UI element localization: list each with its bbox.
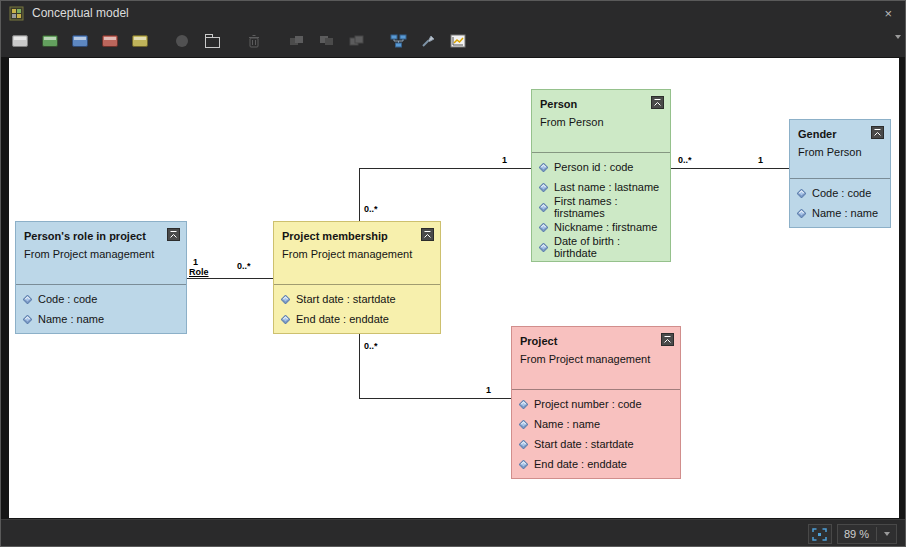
entity-title: Project bbox=[520, 335, 672, 347]
cardinality-label: 1 bbox=[502, 155, 507, 165]
attribute-row[interactable]: End date : enddate bbox=[274, 309, 440, 329]
close-button[interactable]: × bbox=[879, 6, 897, 21]
entity-title: Project membership bbox=[282, 230, 432, 242]
frame-button[interactable] bbox=[199, 29, 225, 54]
attribute-list: Person id : code Last name : lastname Fi… bbox=[532, 152, 670, 261]
attribute-icon bbox=[519, 399, 529, 409]
attribute-label: First names : firstnames bbox=[554, 195, 662, 219]
link-icon bbox=[176, 35, 188, 47]
attribute-row[interactable]: Name : name bbox=[16, 309, 186, 329]
frame-icon bbox=[205, 37, 220, 48]
entity-persons-role-in-project[interactable]: Person's role in project From Project ma… bbox=[15, 221, 187, 334]
entity-gender[interactable]: Gender From Person Code : code Name : na… bbox=[789, 119, 891, 228]
auto-layout-icon bbox=[390, 34, 407, 48]
order-back-button bbox=[283, 29, 309, 54]
attribute-row[interactable]: Name : name bbox=[512, 414, 680, 434]
attribute-label: Project number : code bbox=[534, 398, 642, 410]
entity-header: Gender From Person bbox=[790, 120, 890, 178]
collapse-button[interactable] bbox=[167, 228, 180, 241]
attribute-label: Start date : startdate bbox=[534, 438, 634, 450]
attribute-list: Project number : code Name : name Start … bbox=[512, 389, 680, 478]
attribute-list: Code : code Name : name bbox=[16, 284, 186, 333]
role-name-label: Role bbox=[189, 267, 209, 277]
attribute-row[interactable]: Last name : lastname bbox=[532, 177, 670, 197]
entity-project-membership[interactable]: Project membership From Project manageme… bbox=[273, 221, 441, 334]
attribute-list: Start date : startdate End date : enddat… bbox=[274, 284, 440, 333]
entity-subtitle: From Person bbox=[540, 116, 662, 128]
attribute-row[interactable]: Start date : startdate bbox=[512, 434, 680, 454]
format-painter-icon bbox=[421, 34, 435, 48]
toolbar-overflow-icon bbox=[895, 35, 901, 39]
attribute-icon bbox=[23, 294, 33, 304]
attribute-label: Name : name bbox=[812, 207, 878, 219]
attribute-icon bbox=[797, 188, 807, 198]
attribute-label: End date : enddate bbox=[296, 313, 389, 325]
attribute-list: Code : code Name : name bbox=[790, 178, 890, 227]
order-middle-icon bbox=[319, 35, 334, 47]
new-entity-red-icon bbox=[102, 35, 118, 47]
fit-to-window-icon bbox=[812, 528, 827, 541]
attribute-icon bbox=[539, 222, 549, 232]
zoom-caret-icon bbox=[884, 532, 890, 536]
attribute-row[interactable]: Name : name bbox=[790, 203, 890, 223]
cardinality-label: 0..* bbox=[364, 341, 378, 351]
order-middle-button bbox=[313, 29, 339, 54]
diagram-canvas[interactable]: 1 Role 0..* 0..* 1 0..* 1 0..* 1 Person'… bbox=[9, 58, 899, 518]
auto-layout-button[interactable] bbox=[385, 29, 411, 54]
new-entity-yellow-button[interactable] bbox=[127, 29, 153, 54]
entity-header: Person's role in project From Project ma… bbox=[16, 222, 186, 284]
attribute-label: Start date : startdate bbox=[296, 293, 396, 305]
report-chart-button[interactable] bbox=[445, 29, 471, 54]
collapse-button[interactable] bbox=[661, 333, 674, 346]
new-entity-red-button[interactable] bbox=[97, 29, 123, 54]
attribute-row[interactable]: Code : code bbox=[790, 183, 890, 203]
attribute-row[interactable]: First names : firstnames bbox=[532, 197, 670, 217]
attribute-row[interactable]: Nickname : firstname bbox=[532, 217, 670, 237]
new-entity-blue-button[interactable] bbox=[67, 29, 93, 54]
attribute-label: Code : code bbox=[38, 293, 97, 305]
entity-subtitle: From Project management bbox=[24, 248, 178, 260]
new-entity-green-icon bbox=[42, 35, 58, 47]
attribute-row[interactable]: Project number : code bbox=[512, 394, 680, 414]
new-model-button[interactable] bbox=[7, 29, 33, 54]
entity-person[interactable]: Person From Person Person id : code Last… bbox=[531, 89, 671, 262]
zoom-divider bbox=[876, 527, 877, 541]
attribute-icon bbox=[539, 242, 549, 252]
attribute-row[interactable]: End date : enddate bbox=[512, 454, 680, 474]
cardinality-label: 0..* bbox=[678, 155, 692, 165]
collapse-button[interactable] bbox=[871, 126, 884, 139]
attribute-icon bbox=[797, 208, 807, 218]
format-painter-button[interactable] bbox=[415, 29, 441, 54]
new-entity-blue-icon bbox=[72, 35, 88, 47]
attribute-row[interactable]: Code : code bbox=[16, 289, 186, 309]
attribute-row[interactable]: Start date : startdate bbox=[274, 289, 440, 309]
attribute-label: Nickname : firstname bbox=[554, 221, 657, 233]
zoom-control[interactable]: 89 % bbox=[837, 524, 897, 544]
collapse-button[interactable] bbox=[651, 96, 664, 109]
attribute-label: Last name : lastname bbox=[554, 181, 659, 193]
attribute-label: Code : code bbox=[812, 187, 871, 199]
collapse-button[interactable] bbox=[421, 228, 434, 241]
zoom-level: 89 % bbox=[844, 528, 869, 540]
new-model-icon bbox=[12, 35, 28, 47]
toolbar-overflow-button[interactable] bbox=[895, 35, 901, 39]
new-entity-green-button[interactable] bbox=[37, 29, 63, 54]
relationship-line-membership-person[interactable] bbox=[359, 168, 531, 222]
fit-to-window-button[interactable] bbox=[808, 524, 832, 544]
app-icon bbox=[9, 6, 24, 21]
entity-subtitle: From Project management bbox=[282, 248, 432, 260]
order-front-icon bbox=[349, 35, 364, 47]
attribute-icon bbox=[539, 202, 549, 212]
window-title: Conceptual model bbox=[32, 6, 879, 20]
new-entity-yellow-icon bbox=[132, 35, 148, 47]
entity-header: Project From Project management bbox=[512, 327, 680, 389]
app-window: Conceptual model × bbox=[0, 0, 906, 547]
cardinality-label: 0..* bbox=[237, 261, 251, 271]
attribute-label: End date : enddate bbox=[534, 458, 627, 470]
attribute-row[interactable]: Person id : code bbox=[532, 157, 670, 177]
attribute-icon bbox=[281, 294, 291, 304]
attribute-row[interactable]: Date of birth : birthdate bbox=[532, 237, 670, 257]
attribute-label: Person id : code bbox=[554, 161, 634, 173]
entity-project[interactable]: Project From Project management Project … bbox=[511, 326, 681, 479]
attribute-label: Date of birth : birthdate bbox=[554, 235, 662, 259]
